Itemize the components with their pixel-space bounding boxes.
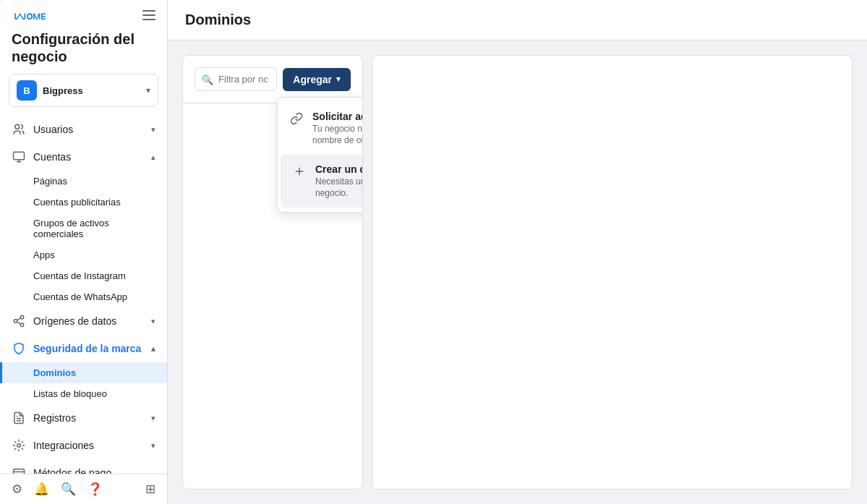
search-add-bar: 🔍 Agregar ▾ Solicitar acceso a un domini… — [183, 56, 362, 103]
svg-point-3 — [14, 320, 17, 323]
svg-point-2 — [20, 316, 24, 320]
chevron-right-icon: ▾ — [151, 125, 155, 134]
page-header: Dominios — [168, 0, 867, 40]
svg-rect-1 — [14, 152, 25, 160]
sidebar-header — [0, 0, 167, 27]
bell-icon[interactable]: 🔔 — [34, 482, 49, 497]
dropdown-item-subtitle: Necesitas un nuevo dominio para tu negoc… — [315, 176, 363, 199]
sidebar-item-seguridad[interactable]: Seguridad de la marca ▴ — [0, 335, 167, 362]
sidebar-item-metodos[interactable]: Métodos de pago — [0, 459, 167, 474]
sidebar-item-label: Usuarios — [33, 124, 73, 135]
grid-icon[interactable]: ⊞ — [145, 482, 155, 497]
dropdown-item-text: Crear un dominio Necesitas un nuevo domi… — [315, 163, 363, 199]
domain-list-panel: 🔍 Agregar ▾ Solicitar acceso a un domini… — [182, 55, 363, 490]
sidebar-subitem-apps[interactable]: Apps — [0, 244, 167, 265]
sidebar: Configuración del negocio B Bigpress ▾ U… — [0, 0, 168, 504]
link-icon — [289, 111, 304, 126]
add-dropdown-menu: Solicitar acceso a un dominio Tu negocio… — [277, 97, 363, 213]
dropdown-item-crear[interactable]: Crear un dominio Necesitas un nuevo domi… — [281, 155, 363, 208]
sidebar-subitem-grupos[interactable]: Grupos de activos comerciales — [0, 213, 167, 244]
sidebar-subitem-whatsapp[interactable]: Cuentas de WhatsApp — [0, 286, 167, 307]
main-content: Dominios 🔍 Agregar ▾ — [168, 0, 867, 504]
sidebar-title: Configuración del negocio — [0, 27, 167, 74]
sidebar-item-cuentas[interactable]: Cuentas ▴ — [0, 143, 167, 171]
sidebar-item-usuarios[interactable]: Usuarios ▾ — [0, 116, 167, 143]
sidebar-item-label: Métodos de pago — [33, 467, 111, 474]
svg-point-4 — [20, 323, 24, 327]
search-icon[interactable]: 🔍 — [61, 482, 76, 497]
account-switcher[interactable]: B Bigpress ▾ — [9, 74, 158, 107]
sidebar-item-label: Integraciones — [33, 440, 94, 451]
sidebar-footer: ⚙ 🔔 🔍 ❓ ⊞ — [0, 474, 167, 504]
dropdown-item-title: Solicitar acceso a un dominio — [312, 111, 363, 122]
sidebar-item-label: Orígenes de datos — [33, 315, 116, 327]
chevron-down-icon: ▾ — [151, 317, 155, 326]
chevron-down-icon: ▾ — [151, 441, 155, 450]
sidebar-subitem-instagram[interactable]: Cuentas de Instagram — [0, 265, 167, 286]
svg-point-0 — [15, 124, 20, 129]
meta-logo — [12, 9, 48, 22]
settings-icon[interactable]: ⚙ — [12, 482, 22, 497]
svg-point-7 — [17, 444, 21, 448]
sidebar-item-integraciones[interactable]: Integraciones ▾ — [0, 432, 167, 459]
plus-icon — [292, 164, 307, 179]
sidebar-subitem-paginas[interactable]: Páginas — [0, 171, 167, 192]
dropdown-item-solicitar[interactable]: Solicitar acceso a un dominio Tu negocio… — [278, 102, 363, 155]
chevron-up-icon: ▴ — [151, 344, 155, 354]
hamburger-menu-icon[interactable] — [142, 10, 155, 20]
sidebar-subitem-cuentas-pub[interactable]: Cuentas publicitarias — [0, 192, 167, 213]
account-name: Bigpress — [43, 85, 140, 96]
search-wrapper: 🔍 — [195, 67, 277, 91]
sidebar-item-origenes[interactable]: Orígenes de datos ▾ — [0, 307, 167, 335]
search-icon: 🔍 — [202, 74, 213, 85]
logs-icon — [12, 411, 26, 425]
sidebar-item-label: Cuentas — [33, 151, 71, 163]
chevron-down-icon: ▾ — [151, 414, 155, 423]
shield-icon — [12, 341, 26, 356]
sidebar-item-registros[interactable]: Registros ▾ — [0, 404, 167, 432]
add-button[interactable]: Agregar ▾ — [283, 68, 351, 91]
page-title: Dominios — [185, 12, 850, 28]
chevron-down-icon: ▾ — [336, 74, 341, 84]
main-body: 🔍 Agregar ▾ Solicitar acceso a un domini… — [168, 40, 867, 504]
sidebar-nav: Usuarios ▾ Cuentas ▴ Páginas Cuentas pub… — [0, 116, 167, 474]
users-icon — [12, 122, 26, 137]
dropdown-item-text: Solicitar acceso a un dominio Tu negocio… — [312, 111, 363, 146]
sidebar-subitem-dominios[interactable]: Dominios — [0, 362, 167, 383]
chevron-up-icon: ▴ — [151, 153, 155, 162]
payment-icon — [12, 466, 26, 474]
chevron-down-icon: ▾ — [146, 85, 150, 95]
accounts-icon — [12, 150, 26, 164]
data-sources-icon — [12, 314, 26, 328]
sidebar-item-label: Seguridad de la marca — [33, 343, 141, 354]
help-icon[interactable]: ❓ — [87, 482, 103, 497]
integrations-icon — [12, 438, 26, 453]
sidebar-item-label: Registros — [33, 412, 76, 424]
domain-detail-panel — [372, 55, 853, 490]
sidebar-subitem-listas[interactable]: Listas de bloqueo — [0, 383, 167, 404]
avatar: B — [17, 80, 37, 101]
dropdown-item-title: Crear un dominio — [315, 163, 363, 175]
dropdown-item-subtitle: Tu negocio necesita usar este activo en … — [312, 124, 363, 146]
